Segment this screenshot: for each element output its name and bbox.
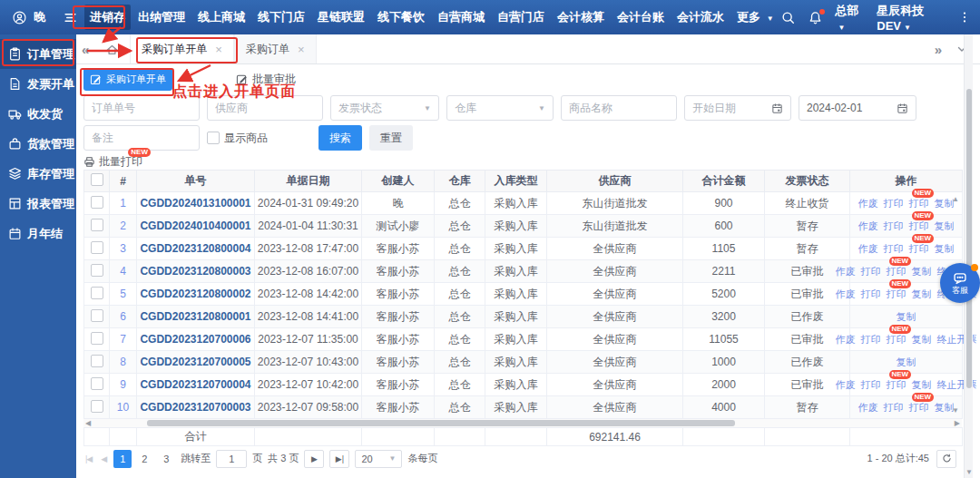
row-checkbox[interactable] [91, 241, 103, 254]
customer-service-button[interactable]: 客服 [940, 263, 980, 303]
print-action[interactable]: 打印 [884, 197, 904, 210]
sidebar-item[interactable]: 收发货 [0, 99, 76, 129]
void-action[interactable]: 作废 [858, 219, 878, 233]
collapse-tabs-icon[interactable]: « [82, 34, 89, 63]
print-action[interactable]: 打印 [884, 242, 904, 256]
topbar-nav-item[interactable]: 出纳管理 [132, 5, 191, 30]
print-action[interactable]: 打印NEW [887, 265, 906, 278]
table-scroll-up-icon[interactable]: ▲ [952, 196, 959, 203]
sidebar-item[interactable]: 库存管理 [0, 159, 76, 189]
tab[interactable]: 采购订单× [234, 34, 317, 63]
row-checkbox[interactable] [91, 332, 103, 345]
close-icon[interactable]: × [215, 44, 222, 55]
topbar-nav-item[interactable]: 会计台账 [612, 5, 670, 30]
copy-action[interactable]: 复制 [912, 288, 932, 301]
copy-action[interactable]: 复制 [897, 356, 916, 369]
home-icon[interactable] [105, 34, 119, 63]
order-no-input[interactable] [83, 95, 200, 121]
search-button[interactable]: 搜索 [318, 125, 362, 151]
vertical-scroll-thumb[interactable] [966, 89, 972, 388]
user-avatar-icon[interactable] [13, 11, 26, 24]
batch-approve-button[interactable]: 批量审批 [236, 72, 296, 87]
row-checkbox[interactable] [91, 309, 103, 322]
kebab-menu-icon[interactable] [958, 11, 971, 24]
warehouse-select[interactable]: 仓库▼ [446, 95, 554, 121]
print-action[interactable]: 打印NEW [909, 219, 929, 233]
print-action[interactable]: 打印 [861, 265, 881, 278]
show-products-checkbox[interactable]: 显示商品 [207, 131, 268, 146]
table-scroll-down-icon[interactable]: ▼ [952, 407, 959, 415]
sidebar-item[interactable]: 订单管理 [0, 39, 76, 69]
order-no-link[interactable]: CGDD2023120800004 [137, 238, 255, 260]
void-action[interactable]: 作废 [858, 197, 878, 210]
sidebar-item[interactable]: 货款管理 [0, 129, 76, 159]
row-checkbox[interactable] [91, 355, 103, 367]
org-switcher[interactable]: 总部▼ [836, 3, 864, 33]
sidebar-item[interactable]: 报表管理 [0, 189, 76, 219]
first-page-button[interactable]: |◀ [83, 454, 93, 463]
print-action[interactable]: 打印 [861, 288, 881, 301]
copy-action[interactable]: 复制 [912, 333, 932, 346]
remark-input[interactable] [83, 125, 200, 151]
scroll-tabs-right-icon[interactable]: » [935, 42, 942, 57]
print-action[interactable]: 打印NEW [909, 242, 929, 256]
scroll-left-icon[interactable]: ◀ [85, 419, 91, 427]
print-action[interactable]: 打印NEW [909, 197, 929, 210]
order-no-link[interactable]: CGDD2023120800002 [137, 283, 255, 306]
page-number-button[interactable]: 3 [157, 450, 175, 468]
print-action[interactable]: 打印 [884, 401, 904, 415]
menu-icon[interactable] [64, 11, 77, 24]
void-action[interactable]: 作废 [858, 242, 878, 256]
row-checkbox[interactable] [91, 400, 103, 413]
row-checkbox[interactable] [91, 377, 103, 390]
topbar-nav-item[interactable]: 进销存 [84, 5, 131, 30]
company-switcher[interactable]: 星辰科技DEV▼ [877, 3, 945, 33]
product-name-input[interactable] [561, 95, 677, 121]
horizontal-scroll-thumb[interactable] [147, 420, 735, 426]
topbar-nav-item[interactable]: 线上商城 [192, 5, 250, 30]
page-number-button[interactable]: 1 [113, 450, 132, 468]
copy-action[interactable]: 复制 [912, 265, 932, 278]
page-size-select[interactable]: 20▼ [355, 450, 402, 468]
row-checkbox[interactable] [91, 287, 103, 299]
void-action[interactable]: 作废 [836, 265, 856, 278]
bell-icon[interactable] [808, 11, 822, 24]
scroll-down-icon[interactable]: ▼ [965, 468, 974, 476]
order-no-link[interactable]: CGDD2023120800003 [137, 260, 255, 283]
row-checkbox[interactable] [91, 219, 103, 231]
topbar-nav-item[interactable]: 自营门店 [492, 5, 550, 30]
void-action[interactable]: 作废 [858, 401, 878, 415]
row-checkbox[interactable] [91, 264, 103, 277]
batch-print-button[interactable]: 批量打印NEW [83, 153, 980, 170]
order-no-link[interactable]: CGDD2023120700003 [137, 396, 255, 419]
print-action[interactable]: 打印NEW [887, 378, 906, 392]
tab[interactable]: 采购订单开单× [130, 34, 234, 63]
jump-page-input[interactable] [216, 450, 247, 468]
topbar-nav-item[interactable]: 会计流水 [671, 5, 730, 30]
topbar-nav-item[interactable]: 线下门店 [252, 5, 310, 30]
create-purchase-order-button[interactable]: 采购订单开单 [83, 68, 172, 91]
copy-action[interactable]: 复制 [912, 378, 932, 392]
topbar-nav-item[interactable]: 线下餐饮 [372, 5, 430, 30]
void-action[interactable]: 作废 [836, 378, 856, 392]
row-checkbox[interactable] [91, 196, 103, 209]
start-date-input[interactable]: 开始日期 [684, 95, 791, 121]
horizontal-scrollbar[interactable]: ◀ ▶ [83, 419, 962, 427]
select-all-checkbox[interactable] [91, 173, 103, 186]
topbar-nav-item[interactable]: 星链联盟 [312, 5, 370, 30]
prev-page-button[interactable]: ◀ [99, 454, 108, 463]
sidebar-item[interactable]: 月年结 [0, 219, 76, 249]
page-vertical-scrollbar[interactable]: ▼ [964, 34, 973, 478]
refresh-button[interactable] [936, 450, 956, 468]
copy-action[interactable]: 复制 [935, 242, 955, 256]
order-no-link[interactable]: CGDD2024013100001 [137, 192, 255, 215]
order-no-link[interactable]: CGDD2023120800001 [137, 306, 255, 328]
print-action[interactable]: 打印NEW [887, 288, 906, 301]
topbar-nav-item[interactable]: 自营商城 [432, 5, 490, 30]
order-no-link[interactable]: CGDD2023120700006 [137, 328, 255, 351]
topbar-nav-item[interactable]: 更多 ▼ [731, 5, 779, 30]
scroll-right-icon[interactable]: ▶ [955, 419, 960, 427]
next-page-button[interactable]: ▶ [304, 450, 324, 468]
page-number-button[interactable]: 2 [135, 450, 153, 468]
print-action[interactable]: 打印 [884, 219, 904, 233]
